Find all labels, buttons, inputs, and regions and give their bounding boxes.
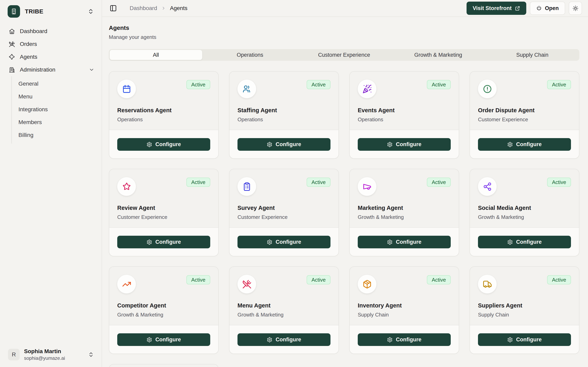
agent-title: Review Agent <box>117 205 210 211</box>
agent-card: Active Menu Agent Growth & Marketing Con… <box>229 266 339 354</box>
sidebar: TRIBE Dashboard Orders Agents Administra… <box>0 0 102 367</box>
chevrons-up-down-icon[interactable] <box>88 351 94 358</box>
agent-card: Active Reservations Agent Operations Con… <box>109 71 219 159</box>
agent-title: Staffing Agent <box>238 107 331 114</box>
configure-button[interactable]: Configure <box>117 333 210 346</box>
agent-category: Customer Experience <box>238 214 331 220</box>
page-subtitle: Manage your agents <box>109 34 579 40</box>
configure-button[interactable]: Configure <box>478 138 571 151</box>
status-badge: Active <box>427 80 451 89</box>
configure-button[interactable]: Configure <box>117 138 210 151</box>
sidebar-item-orders[interactable]: Orders <box>0 38 102 50</box>
status-badge: Active <box>427 178 451 187</box>
status-badge: Active <box>307 275 331 284</box>
agent-card: Active Order Dispute Agent Customer Expe… <box>470 71 579 159</box>
agent-category: Supply Chain <box>358 312 451 318</box>
agent-card: Active Events Agent Operations Configure <box>349 71 459 159</box>
breadcrumb-dashboard[interactable]: Dashboard <box>130 5 157 11</box>
breadcrumb-agents: Agents <box>170 5 187 11</box>
agent-card: Active Review Agent Customer Experience … <box>109 169 219 256</box>
agent-card: Active Staffing Agent Operations Configu… <box>229 71 339 159</box>
utensils-crossed-icon <box>238 275 256 293</box>
agent-category: Growth & Marketing <box>478 214 571 220</box>
configure-button[interactable]: Configure <box>478 333 571 346</box>
gear-icon <box>147 337 152 342</box>
status-badge: Active <box>547 275 571 284</box>
sidebar-subitem-integrations[interactable]: Integrations <box>12 103 102 116</box>
package-icon <box>358 275 376 293</box>
sidebar-subitem-general[interactable]: General <box>12 77 102 90</box>
user-menu[interactable]: R Sophia Martin sophia@yumaze.ai <box>0 343 102 367</box>
truck-icon <box>478 275 497 293</box>
agent-title: Order Dispute Agent <box>478 107 571 114</box>
tab-customer-experience[interactable]: Customer Experience <box>297 49 391 61</box>
visit-storefront-button[interactable]: Visit Storefront <box>467 2 526 15</box>
org-switcher[interactable]: TRIBE <box>0 0 102 22</box>
tab-supply-chain[interactable]: Supply Chain <box>485 49 579 61</box>
gear-icon <box>387 337 393 342</box>
theme-toggle-button[interactable] <box>569 2 582 15</box>
agent-category: Operations <box>117 117 210 123</box>
configure-button[interactable]: Configure <box>358 138 451 151</box>
configure-button[interactable]: Configure <box>358 333 451 346</box>
sidebar-item-agents[interactable]: Agents <box>0 50 102 63</box>
chevron-right-icon <box>161 6 166 11</box>
users-icon <box>238 80 256 98</box>
tab-operations[interactable]: Operations <box>203 49 297 61</box>
status-badge: Active <box>547 178 571 187</box>
agent-category: Customer Experience <box>478 117 571 123</box>
sidebar-subitem-menu[interactable]: Menu <box>12 90 102 103</box>
sparkle-icon <box>9 54 15 60</box>
status-badge: Active <box>186 178 210 187</box>
power-icon <box>536 6 542 11</box>
chevrons-up-down-icon[interactable] <box>88 8 94 15</box>
gear-icon <box>267 142 272 147</box>
breadcrumb: Dashboard Agents <box>130 5 187 11</box>
administration-subnav: GeneralMenuIntegrationsMembersBilling <box>11 76 102 143</box>
building-icon <box>9 67 15 73</box>
configure-button[interactable]: Configure <box>478 236 571 248</box>
configure-button[interactable]: Configure <box>238 333 331 346</box>
agent-title: Events Agent <box>358 107 451 114</box>
status-badge: Active <box>186 80 210 89</box>
external-link-icon <box>515 6 520 11</box>
topbar: Dashboard Agents Visit Storefront Open <box>102 0 588 17</box>
agent-category: Growth & Marketing <box>238 312 331 318</box>
sidebar-toggle-icon[interactable] <box>109 4 117 12</box>
open-button[interactable]: Open <box>530 2 565 15</box>
star-icon <box>117 177 136 196</box>
configure-button[interactable]: Configure <box>358 236 451 248</box>
tab-all[interactable]: All <box>110 50 202 60</box>
status-badge: Active <box>427 275 451 284</box>
sidebar-item-dashboard[interactable]: Dashboard <box>0 25 102 38</box>
agent-title: Survey Agent <box>238 205 331 211</box>
page-title: Agents <box>109 25 579 31</box>
agent-category: Growth & Marketing <box>358 214 451 220</box>
agent-card-partial <box>109 364 219 367</box>
gear-icon <box>267 337 272 342</box>
calendar-icon <box>117 80 136 98</box>
trending-up-icon <box>117 275 136 293</box>
gear-icon <box>147 239 152 245</box>
configure-button[interactable]: Configure <box>117 236 210 248</box>
sidebar-item-administration[interactable]: Administration <box>0 63 102 76</box>
agent-card: Active Survey Agent Customer Experience … <box>229 169 339 256</box>
agent-card: Active Social Media Agent Growth & Marke… <box>470 169 579 256</box>
configure-button[interactable]: Configure <box>238 138 331 151</box>
agent-card: Active Marketing Agent Growth & Marketin… <box>349 169 459 256</box>
megaphone-icon <box>358 177 376 196</box>
agent-title: Marketing Agent <box>358 205 451 211</box>
sidebar-subitem-billing[interactable]: Billing <box>12 129 102 142</box>
tab-growth-marketing[interactable]: Growth & Marketing <box>391 49 485 61</box>
sidebar-subitem-members[interactable]: Members <box>12 116 102 129</box>
chevron-down-icon <box>89 67 94 73</box>
agent-card: Active Suppliers Agent Supply Chain Conf… <box>470 266 579 354</box>
agent-title: Reservations Agent <box>117 107 210 114</box>
brand-name: TRIBE <box>25 8 43 15</box>
party-popper-icon <box>358 80 376 98</box>
configure-button[interactable]: Configure <box>238 236 331 248</box>
agent-title: Suppliers Agent <box>478 302 571 309</box>
status-badge: Active <box>547 80 571 89</box>
agent-category: Supply Chain <box>478 312 571 318</box>
category-tabs: AllOperationsCustomer ExperienceGrowth &… <box>109 49 579 61</box>
